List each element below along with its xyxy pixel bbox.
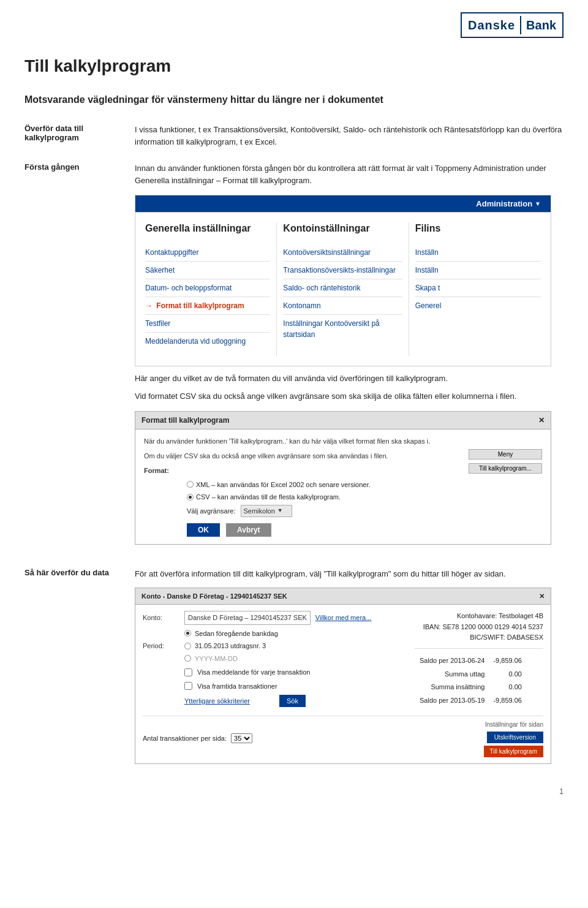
- period-custom: YYYY-MM-DD: [195, 654, 238, 664]
- menu-item-datum[interactable]: Datum- och beloppsformat: [145, 279, 270, 297]
- first-time-body: Innan du använder funktionen första gång…: [135, 162, 564, 553]
- menu-item-sakerhet[interactable]: Säkerhet: [145, 262, 270, 279]
- first-time-label: Första gången: [24, 162, 123, 172]
- account-screenshot: Konto - Danske D Företag - 12940145237 S…: [135, 588, 551, 765]
- xml-radio[interactable]: [187, 481, 194, 488]
- sa-har-body: För att överföra information till ditt k…: [135, 568, 564, 773]
- menu-item-filins3[interactable]: Skapa t: [415, 279, 541, 297]
- menu-col-konto: Kontoinställningar Kontoöversiktsinställ…: [277, 222, 409, 356]
- csv-radio[interactable]: [187, 494, 194, 501]
- menu-item-saldo[interactable]: Saldo- och räntehistorik: [283, 279, 402, 297]
- balance-label-3: Summa insättning: [416, 681, 488, 694]
- account-title: Konto - Danske D Företag - 12940145237 S…: [141, 591, 287, 602]
- menu-item-installningar-start[interactable]: Inställningar Kontoöversikt på startsida…: [283, 315, 402, 343]
- csv-option[interactable]: CSV – kan användas till de flesta kalkyl…: [187, 492, 456, 502]
- period-row: Period: Sedan föregående bankdag 31.05.2…: [143, 629, 409, 664]
- dialog-title: Format till kalkylprogram: [141, 415, 229, 426]
- konto-input[interactable]: Danske D Företag – 12940145237 SEK: [184, 611, 311, 625]
- period-value: Sedan föregående bankdag: [195, 629, 278, 639]
- avgranse-label: Välj avgränsare:: [187, 506, 236, 516]
- utskrift-button[interactable]: Utskriftsversion: [487, 732, 543, 743]
- right-info-iban: IBAN: SE78 1200 0000 0129 4014 5237: [415, 622, 543, 633]
- format-label-row: Format:: [144, 466, 456, 476]
- account-body: Konto: Danske D Företag – 12940145237 SE…: [135, 605, 551, 763]
- format-dialog-screenshot: Format till kalkylprogram ✕ När du använ…: [135, 411, 564, 545]
- overfor-label: Överför data till kalkylprogram: [24, 124, 123, 142]
- menu-item-meddelanderuta[interactable]: Meddelanderuta vid utloggning: [145, 333, 270, 350]
- overfor-section: Överför data till kalkylprogram I vissa …: [24, 124, 564, 148]
- balance-value-1: -9,859.06: [489, 655, 525, 667]
- check2-label: Visa framtida transaktioner: [197, 681, 277, 692]
- menu-item-kontooversikt[interactable]: Kontoöversiktsinställningar: [283, 244, 402, 262]
- menu-item-transaktions[interactable]: Transaktionsöversikts-inställningar: [283, 262, 402, 279]
- sa-har-section: Så här överför du data För att överföra …: [24, 568, 564, 773]
- check1-input[interactable]: [184, 668, 192, 676]
- account-titlebar: Konto - Danske D Företag - 12940145237 S…: [135, 588, 551, 605]
- menu-col1-header: Generella inställningar: [145, 222, 270, 235]
- description-1: Här anger du vilket av de två formaten d…: [135, 373, 564, 385]
- bank-logo: Danske Bank: [461, 12, 564, 38]
- balance-row-2: Summa uttag 0.00: [416, 668, 526, 681]
- check2-row: Visa framtida transaktioner: [143, 681, 409, 692]
- logo-separator: [520, 16, 521, 34]
- menu-item-filins1[interactable]: Inställn: [415, 244, 541, 262]
- villkor-link[interactable]: Villkor med mera...: [315, 613, 372, 623]
- balance-row-4: Saldo per 2013-05-19 -9,859.06: [416, 695, 526, 707]
- check1-label: Visa meddelande för varje transaktion: [197, 667, 310, 678]
- intro-heading: Motsvarande vägledningar för vänstermeny…: [24, 94, 564, 105]
- bank-name-bank: Bank: [526, 18, 556, 32]
- meny-button[interactable]: Meny: [469, 449, 542, 460]
- dialog-desc2: Om du väljer CSV ska du också ange vilke…: [144, 452, 456, 461]
- balance-row-3: Summa insättning 0.00: [416, 681, 526, 694]
- period-radio3[interactable]: [184, 655, 191, 662]
- ok-button[interactable]: OK: [187, 523, 220, 537]
- menu-item-testfiler[interactable]: Testfiler: [145, 315, 270, 333]
- menu-item-format-kalkyl[interactable]: → Format till kalkylprogram: [145, 297, 270, 315]
- antal-label: Antal transaktioner per sida:: [143, 735, 227, 742]
- balance-label-1: Saldo per 2013-06-24: [416, 655, 488, 667]
- xml-label: XML – kan användas för Excel 2002 och se…: [196, 480, 371, 490]
- xml-option[interactable]: XML – kan användas för Excel 2002 och se…: [187, 480, 456, 490]
- menu-item-kontaktuppgifter[interactable]: Kontaktuppgifter: [145, 244, 270, 262]
- administration-button[interactable]: Administration: [476, 199, 541, 208]
- ytterligare-link[interactable]: Ytterligare sökkriterier: [184, 696, 250, 706]
- avgranse-row: Välj avgränsare: Semikolon ▼: [187, 505, 456, 518]
- format-dialog: Format till kalkylprogram ✕ När du använ…: [135, 411, 551, 545]
- dialog-buttons: OK Avbryt: [187, 523, 456, 537]
- avgranse-select[interactable]: Semikolon ▼: [241, 505, 292, 518]
- konto-row: Konto: Danske D Företag – 12940145237 SE…: [143, 611, 409, 625]
- konto-label: Konto:: [143, 613, 179, 623]
- sok-button[interactable]: Sök: [279, 695, 306, 707]
- menu-item-filins2[interactable]: Inställn: [415, 262, 541, 279]
- till-kalkyl-button[interactable]: Till kalkylprogram...: [469, 463, 542, 474]
- first-time-text: Innan du använder funktionen första gång…: [135, 162, 564, 186]
- dialog-titlebar: Format till kalkylprogram ✕: [135, 412, 551, 429]
- menu-item-filins4[interactable]: Generel: [415, 297, 541, 314]
- installningar-label: Inställningar för sidan: [485, 720, 543, 729]
- menu-item-kontonamn[interactable]: Kontonamn: [283, 297, 402, 315]
- antal-row: Antal transaktioner per sida: 35: [143, 733, 252, 744]
- check2-input[interactable]: [184, 682, 192, 690]
- balance-label-2: Summa uttag: [416, 668, 488, 681]
- page-title: Till kalkylprogram: [24, 56, 564, 76]
- menu-col2-header: Kontoinställningar: [283, 222, 402, 235]
- antal-select[interactable]: 35: [231, 733, 252, 743]
- period-radio2[interactable]: [184, 643, 191, 649]
- menu-col-generella: Generella inställningar Kontaktuppgifter…: [145, 222, 277, 356]
- description-2: Vid formatet CSV ska du också ange vilke…: [135, 390, 564, 403]
- csv-label: CSV – kan användas till de flesta kalkyl…: [196, 492, 341, 502]
- page-header: Danske Bank: [24, 12, 564, 38]
- intro-section: Motsvarande vägledningar för vänstermeny…: [24, 94, 564, 105]
- check1-row: Visa meddelande för varje transaktion: [143, 667, 409, 678]
- admin-topbar: Administration: [135, 195, 551, 212]
- till-kalkylprogram-button[interactable]: Till kalkylprogram: [484, 746, 543, 757]
- bank-name-danske: Danske: [468, 18, 515, 32]
- right-info-kontohavare: Kontohavare: Testbolaget 4B: [415, 611, 543, 622]
- balance-value-4: -9,859.06: [489, 695, 525, 707]
- cancel-button[interactable]: Avbryt: [226, 523, 271, 537]
- dialog-desc1: När du använder funktionen 'Till kalkylp…: [144, 437, 456, 446]
- format-label: Format:: [144, 466, 181, 476]
- period-radio1[interactable]: [184, 630, 191, 637]
- balance-value-2: 0.00: [489, 668, 525, 681]
- konto-value: Danske D Företag – 12940145237 SEK: [188, 614, 307, 621]
